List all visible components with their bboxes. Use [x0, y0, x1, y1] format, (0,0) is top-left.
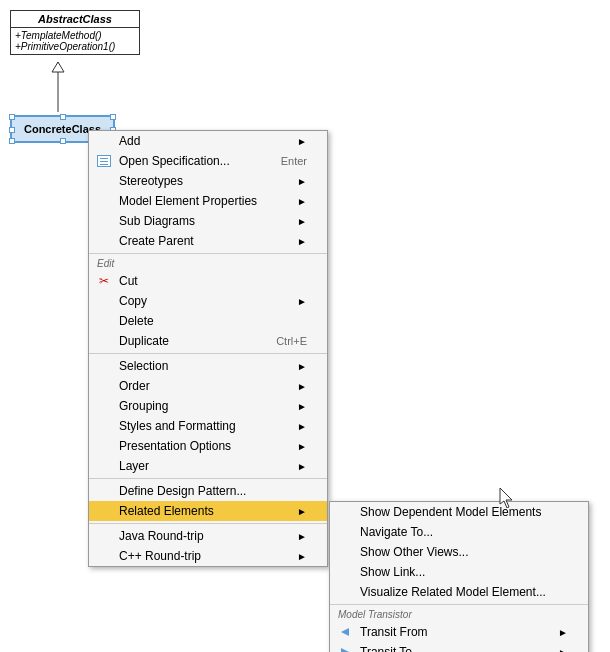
submenu-arrow-model-element-props: ► — [297, 196, 307, 207]
submenu-label-transit-to: Transit To — [360, 645, 412, 652]
submenu-label-show-other-views: Show Other Views... — [360, 545, 469, 559]
submenu-item-visualize[interactable]: Visualize Related Model Element... — [330, 582, 588, 602]
submenu-arrow-cpp-roundtrip: ► — [297, 551, 307, 562]
submenu-arrow-stereotypes: ► — [297, 176, 307, 187]
menu-item-stereotypes[interactable]: Stereotypes ► — [89, 171, 327, 191]
transit-to-icon — [336, 645, 354, 652]
menu-label-layer: Layer — [119, 459, 149, 473]
menu-item-cut[interactable]: Cut — [89, 271, 327, 291]
menu-label-copy: Copy — [119, 294, 147, 308]
submenu-item-show-link[interactable]: Show Link... — [330, 562, 588, 582]
submenu-arrow-create-parent: ► — [297, 236, 307, 247]
menu-item-duplicate[interactable]: Duplicate Ctrl+E — [89, 331, 327, 351]
menu-label-related-elements: Related Elements — [119, 504, 214, 518]
svg-marker-2 — [500, 488, 512, 508]
submenu-arrow-transit-to: ► — [558, 647, 568, 653]
abstract-method-1: +TemplateMethod() — [15, 30, 135, 41]
menu-item-define-pattern[interactable]: Define Design Pattern... — [89, 481, 327, 501]
handle-bm — [60, 138, 66, 144]
abstract-class-title: AbstractClass — [11, 11, 139, 28]
inheritance-arrow — [48, 62, 68, 122]
separator-2 — [89, 353, 327, 354]
menu-item-order[interactable]: Order ► — [89, 376, 327, 396]
menu-item-sub-diagrams[interactable]: Sub Diagrams ► — [89, 211, 327, 231]
menu-item-cpp-roundtrip[interactable]: C++ Round-trip ► — [89, 546, 327, 566]
context-menu: Add ► Open Specification... Enter Stereo… — [88, 130, 328, 567]
menu-label-cut: Cut — [119, 274, 138, 288]
submenu-arrow-presentation: ► — [297, 441, 307, 452]
submenu-label-show-dependent: Show Dependent Model Elements — [360, 505, 541, 519]
submenu-arrow-copy: ► — [297, 296, 307, 307]
menu-label-define-pattern: Define Design Pattern... — [119, 484, 246, 498]
menu-item-layer[interactable]: Layer ► — [89, 456, 327, 476]
shortcut-open-spec: Enter — [281, 155, 307, 167]
handle-tl — [9, 114, 15, 120]
menu-label-add: Add — [119, 134, 140, 148]
menu-label-styles: Styles and Formatting — [119, 419, 236, 433]
menu-label-order: Order — [119, 379, 150, 393]
submenu-item-show-other-views[interactable]: Show Other Views... — [330, 542, 588, 562]
section-model-transistor: Model Transistor — [330, 607, 588, 622]
mouse-cursor — [498, 488, 514, 508]
menu-label-presentation: Presentation Options — [119, 439, 231, 453]
menu-label-create-parent: Create Parent — [119, 234, 194, 248]
submenu-item-transit-to[interactable]: Transit To ► — [330, 642, 588, 652]
menu-label-stereotypes: Stereotypes — [119, 174, 183, 188]
menu-item-add[interactable]: Add ► — [89, 131, 327, 151]
menu-item-model-element-props[interactable]: Model Element Properties ► — [89, 191, 327, 211]
submenu-item-transit-from[interactable]: Transit From ► — [330, 622, 588, 642]
handle-bl — [9, 138, 15, 144]
menu-label-cpp-roundtrip: C++ Round-trip — [119, 549, 201, 563]
scissors-icon — [95, 274, 113, 288]
separator-1 — [89, 253, 327, 254]
menu-label-java-roundtrip: Java Round-trip — [119, 529, 204, 543]
menu-label-open-spec: Open Specification... — [119, 154, 230, 168]
submenu-arrow-grouping: ► — [297, 401, 307, 412]
menu-item-presentation[interactable]: Presentation Options ► — [89, 436, 327, 456]
menu-label-delete: Delete — [119, 314, 154, 328]
svg-marker-1 — [52, 62, 64, 72]
handle-tm — [60, 114, 66, 120]
menu-item-open-spec[interactable]: Open Specification... Enter — [89, 151, 327, 171]
submenu-item-show-dependent[interactable]: Show Dependent Model Elements — [330, 502, 588, 522]
menu-item-styles[interactable]: Styles and Formatting ► — [89, 416, 327, 436]
menu-item-copy[interactable]: Copy ► — [89, 291, 327, 311]
menu-item-delete[interactable]: Delete — [89, 311, 327, 331]
handle-ml — [9, 127, 15, 133]
submenu-arrow-layer: ► — [297, 461, 307, 472]
menu-label-sub-diagrams: Sub Diagrams — [119, 214, 195, 228]
menu-label-model-element-props: Model Element Properties — [119, 194, 257, 208]
submenu-arrow-transit-from: ► — [558, 627, 568, 638]
submenu-arrow-styles: ► — [297, 421, 307, 432]
sub-separator-1 — [330, 604, 588, 605]
separator-4 — [89, 523, 327, 524]
submenu-label-navigate-to: Navigate To... — [360, 525, 433, 539]
menu-item-create-parent[interactable]: Create Parent ► — [89, 231, 327, 251]
abstract-class-body: +TemplateMethod() +PrimitiveOperation1() — [11, 28, 139, 54]
context-submenu-related: Show Dependent Model Elements Navigate T… — [329, 501, 589, 652]
submenu-arrow-selection: ► — [297, 361, 307, 372]
submenu-label-visualize: Visualize Related Model Element... — [360, 585, 546, 599]
submenu-arrow-order: ► — [297, 381, 307, 392]
submenu-label-show-link: Show Link... — [360, 565, 425, 579]
menu-label-selection: Selection — [119, 359, 168, 373]
submenu-arrow-related-elements: ► — [297, 506, 307, 517]
open-spec-icon — [95, 154, 113, 168]
menu-label-grouping: Grouping — [119, 399, 168, 413]
abstract-class-box: AbstractClass +TemplateMethod() +Primiti… — [10, 10, 140, 55]
transit-from-icon — [336, 625, 354, 639]
submenu-item-navigate-to[interactable]: Navigate To... — [330, 522, 588, 542]
diagram-area: AbstractClass +TemplateMethod() +Primiti… — [0, 0, 610, 652]
submenu-arrow-sub-diagrams: ► — [297, 216, 307, 227]
menu-item-grouping[interactable]: Grouping ► — [89, 396, 327, 416]
menu-label-duplicate: Duplicate — [119, 334, 169, 348]
shortcut-duplicate: Ctrl+E — [276, 335, 307, 347]
submenu-arrow-java-roundtrip: ► — [297, 531, 307, 542]
separator-3 — [89, 478, 327, 479]
menu-item-related-elements[interactable]: Related Elements ► Show Dependent Model … — [89, 501, 327, 521]
menu-item-java-roundtrip[interactable]: Java Round-trip ► — [89, 526, 327, 546]
menu-item-selection[interactable]: Selection ► — [89, 356, 327, 376]
submenu-arrow-add: ► — [297, 136, 307, 147]
submenu-label-transit-from: Transit From — [360, 625, 428, 639]
abstract-method-2: +PrimitiveOperation1() — [15, 41, 135, 52]
